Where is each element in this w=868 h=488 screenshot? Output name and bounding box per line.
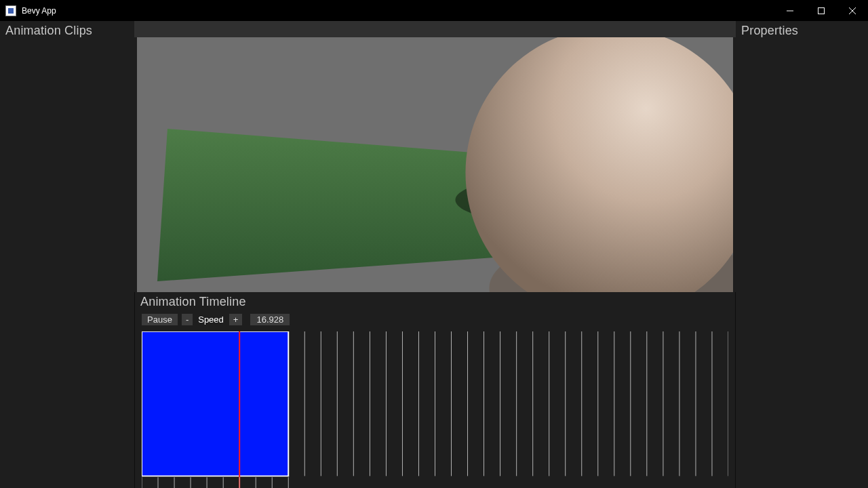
speed-increase-button[interactable]: + [229, 314, 243, 325]
speed-decrease-button[interactable]: - [182, 314, 193, 325]
app-icon [5, 5, 16, 16]
viewport-area [134, 21, 736, 292]
sphere [465, 37, 733, 292]
workspace: Animation Clips Properties [0, 21, 868, 488]
viewport[interactable] [137, 37, 733, 292]
time-field[interactable] [250, 314, 290, 325]
window-title: Bevy App [22, 6, 56, 16]
timeline-svg [142, 331, 728, 488]
maximize-icon [818, 7, 825, 14]
properties-title: Properties [736, 21, 868, 42]
titlebar: Bevy App [0, 0, 868, 21]
scene-render [137, 37, 733, 292]
timeline-canvas[interactable] [142, 331, 728, 488]
minimize-button[interactable] [774, 0, 806, 21]
close-button[interactable] [837, 0, 868, 21]
speed-label: Speed [197, 314, 225, 325]
animation-clips-panel: Animation Clips [0, 21, 134, 488]
timeline-panel: Animation Timeline Pause - Speed + [134, 292, 736, 488]
svg-rect-45 [142, 331, 288, 476]
maximize-button[interactable] [806, 0, 837, 21]
animation-clips-title: Animation Clips [0, 21, 134, 42]
minimize-icon [787, 7, 793, 14]
properties-panel: Properties [736, 21, 868, 488]
pause-button[interactable]: Pause [142, 314, 178, 325]
viewport-header [134, 21, 736, 37]
timeline-controls: Pause - Speed + [135, 313, 735, 328]
close-icon [849, 7, 856, 14]
timeline-title: Animation Timeline [135, 292, 735, 313]
window-controls [774, 0, 868, 21]
svg-rect-1 [818, 7, 825, 14]
